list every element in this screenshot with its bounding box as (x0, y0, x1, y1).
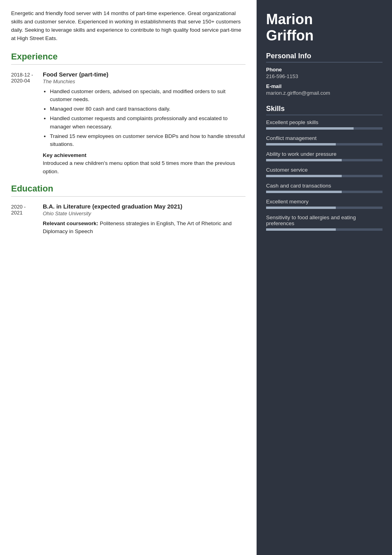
skill-item: Sensitivity to food allergies and eating… (266, 214, 382, 231)
skill-bar (266, 175, 382, 177)
experience-entries: 2018-12 -2020-04 Food Server (part-time)… (11, 71, 245, 176)
skill-name: Excellent people skills (266, 119, 382, 125)
phone-value: 216-596-1153 (266, 73, 382, 79)
education-entry: 2020 -2021 B.A. in Literature (expected … (11, 203, 245, 236)
bullet-item: Handled customer orders, advised on spec… (50, 88, 245, 104)
skill-bar-empty (336, 207, 382, 209)
entry-title: Food Server (part-time) (43, 71, 245, 78)
skill-bar-empty (342, 175, 382, 177)
institution-name: Ohio State University (43, 211, 245, 216)
skill-bar-filled (266, 127, 354, 130)
skill-bar (266, 127, 382, 130)
right-panel: MarionGriffon Personal Info Phone 216-59… (257, 0, 392, 555)
skill-bar-filled (266, 159, 342, 161)
skill-bar-filled (266, 191, 342, 193)
skill-item: Conflict management (266, 135, 382, 145)
skill-bar-filled (266, 143, 336, 145)
skill-item: Excellent people skills (266, 119, 382, 130)
candidate-name: MarionGriffon (266, 11, 382, 44)
entry-date: 2018-12 -2020-04 (11, 71, 43, 176)
skill-bar-empty (336, 228, 382, 231)
bullet-item: Handled customer requests and complaints… (50, 115, 245, 131)
skill-bar (266, 207, 382, 209)
skill-bar-empty (342, 159, 382, 161)
skills-list: Excellent people skills Conflict managem… (266, 119, 382, 231)
email-value: marion.z.girffon@gmail.com (266, 90, 382, 96)
entry-date: 2020 -2021 (11, 203, 43, 236)
left-panel: Energetic and friendly food server with … (0, 0, 257, 555)
skill-name: Ability to work under pressure (266, 151, 382, 157)
skill-item: Cash and card transactions (266, 183, 382, 193)
entry-content: B.A. in Literature (expected graduation … (43, 203, 245, 236)
skill-item: Ability to work under pressure (266, 151, 382, 161)
entry-bullets: Handled customer orders, advised on spec… (43, 88, 245, 149)
relevant-coursework: Relevant coursework: Politeness strategi… (43, 220, 245, 236)
skill-bar-filled (266, 207, 336, 209)
skill-bar (266, 159, 382, 161)
skill-name: Cash and card transactions (266, 183, 382, 189)
experience-divider (11, 64, 245, 65)
experience-entry: 2018-12 -2020-04 Food Server (part-time)… (11, 71, 245, 176)
personal-info-section-title: Personal Info (266, 52, 382, 63)
skill-name: Conflict management (266, 135, 382, 141)
skill-bar (266, 191, 382, 193)
skill-bar-filled (266, 228, 336, 231)
education-title: B.A. in Literature (expected graduation … (43, 203, 245, 210)
phone-label: Phone (266, 67, 382, 73)
key-achievement-label: Key achievement (43, 152, 245, 158)
education-section-title: Education (11, 184, 245, 194)
entry-company: The Munchies (43, 78, 245, 84)
skill-name: Customer service (266, 167, 382, 173)
email-label: E-mail (266, 83, 382, 89)
skill-item: Customer service (266, 167, 382, 177)
skill-bar-filled (266, 175, 342, 177)
summary-text: Energetic and friendly food server with … (11, 10, 245, 43)
skill-bar-empty (336, 143, 382, 145)
bullet-item: Managed over 80 cash and card transactio… (50, 105, 245, 113)
education-entries: 2020 -2021 B.A. in Literature (expected … (11, 203, 245, 236)
personal-info-block: Personal Info Phone 216-596-1153 E-mail … (266, 52, 382, 96)
skills-block: Skills Excellent people skills Conflict … (266, 105, 382, 231)
skill-bar (266, 143, 382, 145)
experience-section-title: Experience (11, 52, 245, 62)
skill-bar-empty (354, 127, 383, 130)
skill-bar-empty (342, 191, 382, 193)
skill-bar (266, 228, 382, 231)
skills-section-title: Skills (266, 105, 382, 115)
skill-name: Excellent memory (266, 199, 382, 205)
entry-content: Food Server (part-time) The Munchies Han… (43, 71, 245, 176)
skill-item: Excellent memory (266, 199, 382, 209)
bullet-item: Trained 15 new employees on customer ser… (50, 132, 245, 149)
education-divider (11, 196, 245, 197)
key-achievement-text: Introduced a new children's menu option … (43, 159, 245, 176)
skill-name: Sensitivity to food allergies and eating… (266, 214, 382, 226)
